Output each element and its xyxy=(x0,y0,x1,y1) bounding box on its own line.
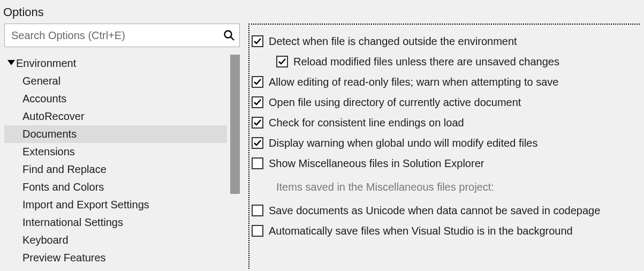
tree-item-label: Find and Replace xyxy=(22,163,107,176)
tree-item[interactable]: General xyxy=(4,72,227,90)
dialog-body: Environment GeneralAccountsAutoRecoverDo… xyxy=(0,24,644,269)
right-pane: Detect when file is changed outside the … xyxy=(248,24,640,269)
search-icon[interactable] xyxy=(223,29,236,42)
opt-show-misc[interactable]: Show Miscellaneous files in Solution Exp… xyxy=(252,153,640,174)
misc-label-text: Items saved in the Miscellaneous files p… xyxy=(276,181,494,193)
tree-item[interactable]: International Settings xyxy=(4,214,227,231)
tree-item-label: International Settings xyxy=(22,216,123,229)
scroll-thumb[interactable] xyxy=(230,55,240,194)
tree-scrollbar[interactable] xyxy=(230,55,240,269)
opt-reload-modified[interactable]: Reload modified files unless there are u… xyxy=(252,51,640,72)
checkbox-icon[interactable] xyxy=(252,35,263,47)
tree-item[interactable]: Extensions xyxy=(4,143,227,161)
tree-item-label: Preview Features xyxy=(22,252,106,264)
tree-item-label: AutoRecover xyxy=(22,110,85,123)
opt-global-undo-warn[interactable]: Display warning when global undo will mo… xyxy=(252,133,640,153)
svg-line-1 xyxy=(231,37,234,40)
svg-point-0 xyxy=(225,31,232,38)
dialog-title: Options xyxy=(0,0,644,24)
opt-autosave-bg[interactable]: Automatically save files when Visual Stu… xyxy=(252,221,640,241)
checkbox-icon[interactable] xyxy=(252,225,263,237)
opt-save-unicode[interactable]: Save documents as Unicode when data cann… xyxy=(252,200,640,221)
tree-item-label: Import and Export Settings xyxy=(22,199,149,211)
search-input[interactable] xyxy=(4,24,240,47)
tree-item[interactable]: AutoRecover xyxy=(4,108,227,125)
opt-label: Save documents as Unicode when data cann… xyxy=(269,205,600,217)
opt-label: Reload modified files unless there are u… xyxy=(293,56,559,68)
tree-item-label: Accounts xyxy=(22,93,66,105)
tree-item[interactable]: Accounts xyxy=(4,90,227,108)
tree-item-label: Documents xyxy=(22,128,77,140)
opt-label: Show Miscellaneous files in Solution Exp… xyxy=(269,157,484,170)
tree-item-label: Keyboard xyxy=(22,234,69,246)
checkbox-icon[interactable] xyxy=(252,76,263,88)
left-pane: Environment GeneralAccountsAutoRecoverDo… xyxy=(4,24,240,269)
tree-item[interactable]: Documents xyxy=(4,125,227,143)
options-tree[interactable]: Environment GeneralAccountsAutoRecoverDo… xyxy=(4,55,227,269)
search-row xyxy=(4,24,240,47)
checkbox-icon[interactable] xyxy=(252,137,263,149)
opt-detect-changed[interactable]: Detect when file is changed outside the … xyxy=(252,31,640,51)
tree-group-label: Environment xyxy=(16,57,76,70)
tree-item[interactable]: Fonts and Colors xyxy=(4,178,227,196)
checkbox-icon[interactable] xyxy=(252,157,263,169)
tree-item[interactable]: Preview Features xyxy=(4,249,227,267)
collapse-icon[interactable] xyxy=(7,60,15,67)
tree-item-label: Fonts and Colors xyxy=(22,181,104,193)
tree-item[interactable]: Keyboard xyxy=(4,231,227,249)
tree-group-environment[interactable]: Environment xyxy=(4,55,227,72)
tree-item-label: General xyxy=(22,75,60,87)
misc-items-label: Items saved in the Miscellaneous files p… xyxy=(252,174,640,200)
svg-marker-2 xyxy=(7,60,15,65)
tree-item[interactable]: Find and Replace xyxy=(4,161,227,178)
checkbox-icon[interactable] xyxy=(252,117,263,129)
opt-allow-readonly[interactable]: Allow editing of read-only files; warn w… xyxy=(252,72,640,92)
opt-open-using-dir[interactable]: Open file using directory of currently a… xyxy=(252,92,640,112)
opt-label: Detect when file is changed outside the … xyxy=(269,35,517,48)
tree-item[interactable]: Import and Export Settings xyxy=(4,196,227,214)
opt-label: Check for consistent line endings on loa… xyxy=(269,117,464,129)
opt-label: Automatically save files when Visual Stu… xyxy=(269,225,573,237)
opt-label: Display warning when global undo will mo… xyxy=(269,137,538,149)
opt-label: Open file using directory of currently a… xyxy=(269,96,521,109)
options-frame: Detect when file is changed outside the … xyxy=(248,24,640,269)
opt-check-line-endings[interactable]: Check for consistent line endings on loa… xyxy=(252,112,640,133)
tree-wrap: Environment GeneralAccountsAutoRecoverDo… xyxy=(4,55,240,269)
checkbox-icon[interactable] xyxy=(252,96,263,108)
tree-item-label: Extensions xyxy=(22,146,75,158)
checkbox-icon[interactable] xyxy=(276,56,288,67)
checkbox-icon[interactable] xyxy=(252,205,263,216)
opt-label: Allow editing of read-only files; warn w… xyxy=(269,76,558,88)
